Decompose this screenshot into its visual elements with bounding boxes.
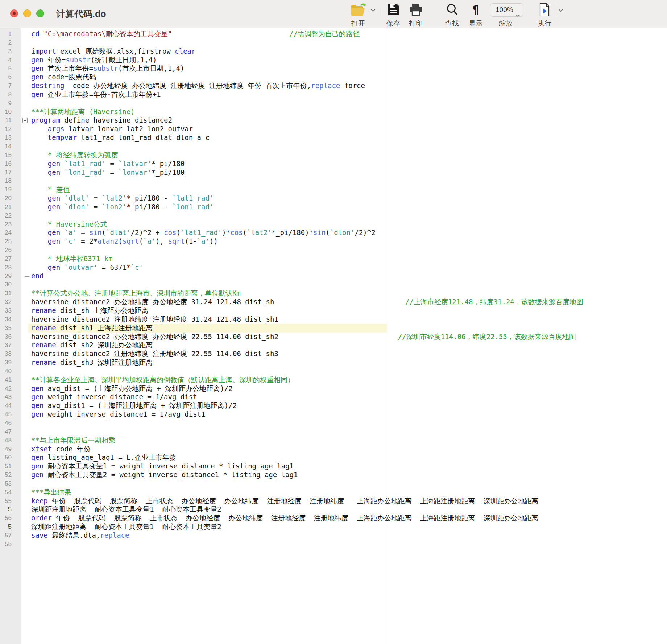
line-number: 16 [0,160,12,168]
fold-collapse-button[interactable] [22,118,28,123]
code-line[interactable]: 54***导出结果 [0,488,667,497]
code-line[interactable]: 13 tempvar lat1_rad lon1_rad dlat dlon a… [0,133,667,142]
code-line[interactable]: 46 [0,419,667,428]
token-fn: atan2 [98,237,118,245]
line-number: 44 [0,401,12,410]
code-line[interactable]: 56order 年份 股票代码 股票简称 上市状态 办公地经度 办公地纬度 注册… [0,514,667,523]
code-line[interactable]: 24 gen `a' = sin(`dlat'/2)^2 + cos(`lat1… [0,228,667,237]
code-line[interactable]: 40 [0,367,667,376]
code-line[interactable]: 39rename dist_sh3 深圳距注册地距离 [0,358,667,367]
line-number: 41 [0,376,12,384]
line-number: 10 [0,108,12,116]
code-line[interactable]: 19 * 差值 [0,185,667,194]
code-line[interactable]: 50gen listing_age_lag1 = L.企业上市年龄 [0,453,667,462]
token-pl: ( [243,228,247,236]
token-pl: (1- [185,237,197,245]
code-line[interactable]: 21 gen `dlon' = `lon2'*_pi/180 - `lon1_r… [0,203,667,211]
token-cmd: gen [31,410,44,418]
maximize-button[interactable] [36,9,44,17]
code-line[interactable]: 29end [0,272,667,281]
line-number: 40 [0,367,12,376]
code-line[interactable]: 47 [0,428,667,436]
fold-guide-line [25,151,25,160]
token-pl: *_pi/180 [152,160,185,168]
save-button[interactable]: 保存 [385,3,402,18]
open-button[interactable]: 打开 [349,3,368,18]
token-cmd: gen [48,237,60,245]
run-button[interactable]: 执行 [537,3,552,18]
code-line[interactable]: 15 * 将经纬度转换为弧度 [0,151,667,160]
code-line[interactable]: 10***计算两地距离 (Haversine) [0,108,667,116]
code-line[interactable]: 28 gen `outvar' = 6371*`c' [0,263,667,272]
code-line[interactable]: 18 [0,177,667,185]
code-line[interactable]: 37rename dist_sh2 深圳距办公地距离 [0,341,667,350]
code-line[interactable]: 38haversine_distance2 注册地纬度 注册地经度 22.55 … [0,350,667,358]
run-menu-chevron-icon[interactable] [558,9,563,12]
code-line[interactable]: 41**计算各企业至上海、深圳平均加权距离的倒数值（默认距离上海、深圳的权重相同… [0,376,667,384]
open-label: 打开 [351,19,365,28]
code-line[interactable]: 35rename dist_sh1 上海距注册地距离 [0,324,667,333]
code-line[interactable]: 8gen 企业上市年龄=年份-首次上市年份+1 [0,90,667,99]
code-line[interactable]: 2 [0,38,667,47]
code-line[interactable]: 6gen code=股票代码 [0,73,667,82]
code-line[interactable]: Ƽ深圳距注册地距离 耐心资本工具变量1 耐心资本工具变量2 [0,505,667,514]
code-text: gen `outvar' = 6371*`c' [31,263,143,271]
code-line[interactable]: 30 [0,280,667,289]
code-line[interactable]: 27 * 地球半径6371 km [0,255,667,263]
code-line[interactable]: 44gen avg_dist1 = (上海距注册地距离 + 深圳距注册地距离)/… [0,401,667,410]
code-line[interactable]: 4gen 年份=substr(统计截止日期,1,4) [0,56,667,65]
code-line[interactable]: 7destring code 办公地经度 办公地纬度 注册地经度 注册地纬度 年… [0,82,667,90]
code-line[interactable]: 32haversine_distance2 办公地纬度 办公地经度 31.24 … [0,298,667,306]
code-line[interactable]: 48**与上市年限滞后一期相乘 [0,436,667,445]
code-text: gen `dlat' = `lat2'*_pi/180 - `lat1_rad' [31,194,214,202]
code-line[interactable]: 57save 最终结果.dta,replace [0,531,667,540]
token-pl: (首次上市日期,1,4) [118,64,185,72]
code-line[interactable]: 22 [0,211,667,220]
open-menu-chevron-icon[interactable] [370,9,376,12]
token-cm: * 将经纬度转换为弧度 [48,151,118,159]
close-button[interactable] [10,9,18,17]
zoom-dropdown[interactable]: 100% [490,3,523,17]
token-mc: `lat1_rad' [181,228,222,236]
zoom-chevron-icon [515,9,520,21]
code-line[interactable]: 16 gen `lat1_rad' = `latvar'*_pi/180 [0,160,667,168]
code-line[interactable]: 26 [0,246,667,255]
code-text: gen 企业上市年龄=年份-首次上市年份+1 [31,90,161,98]
code-line[interactable]: 14 [0,142,667,151]
show-button[interactable]: ¶ 显示 [468,3,483,16]
code-editor[interactable]: 1cd "C:\macrodatas\耐心资本的工具变量"//需调整为自己的路径… [0,28,667,644]
token-pl: *_pi/180 - [127,203,172,211]
code-line[interactable]: 43gen weight_inverse_distance = 1/avg_di… [0,393,667,401]
code-line[interactable]: 49xtset code 年份 [0,445,667,454]
code-line[interactable]: 53 [0,479,667,488]
code-line[interactable]: 31**计算公式办公地、注册地距离上海市、深圳市的距离，单位默认Km [0,289,667,298]
code-line[interactable]: 55keep 年份 股票代码 股票简称 上市状态 办公地经度 办公地纬度 注册地… [0,497,667,505]
code-line[interactable]: 25 gen `c' = 2*atan2(sqrt(`a'), sqrt(1-`… [0,237,667,246]
code-line[interactable]: 51gen 耐心资本工具变量1 = weight_inverse_distanc… [0,462,667,471]
line-number: 23 [0,220,12,229]
code-line[interactable]: 11program define haversine_distance2 [0,116,667,125]
token-pl: /2)^2 [355,228,375,236]
code-line[interactable]: 45gen weight_inverse_distance1 = 1/avg_d… [0,410,667,419]
find-button[interactable]: 查找 [444,3,460,18]
minimize-button[interactable] [23,9,31,17]
token-mc: `lat2' [247,228,272,236]
code-line[interactable]: 5gen 首次上市年份=substr(首次上市日期,1,4) [0,64,667,73]
code-line[interactable]: 52gen 耐心资本工具变量2 = weight_inverse_distanc… [0,471,667,479]
token-cmd: gen [48,228,60,236]
code-line[interactable]: 3import excel 原始数据.xlsx,firstrow clear [0,47,667,56]
token-mc: `a' [143,237,156,245]
code-line[interactable]: 12 args latvar lonvar lat2 lon2 outvar [0,125,667,133]
code-line[interactable]: 36haversine_distance2 办公地纬度 办公地经度 22.55 … [0,333,667,341]
code-line[interactable]: 17 gen `lon1_rad' = `lonvar'*_pi/180 [0,168,667,177]
code-line[interactable]: 34haversine_distance2 注册地纬度 注册地经度 31.24 … [0,315,667,324]
code-line[interactable]: 58 [0,540,667,549]
code-line[interactable]: 42gen avg_dist = (上海距办公地距离 + 深圳距办公地距离)/2 [0,384,667,393]
print-button[interactable]: 打印 [407,3,424,18]
code-line[interactable]: 9 [0,99,667,108]
code-line[interactable]: 33rename dist_sh 上海距办公地距离 [0,306,667,315]
code-line[interactable]: 23 * Haversine公式 [0,220,667,229]
code-line[interactable]: Ƽ深圳距注册地距离 耐心资本工具变量1 耐心资本工具变量2 [0,523,667,531]
code-line[interactable]: 20 gen `dlat' = `lat2'*_pi/180 - `lat1_r… [0,194,667,203]
code-line[interactable]: 1cd "C:\macrodatas\耐心资本的工具变量"//需调整为自己的路径 [0,30,667,38]
